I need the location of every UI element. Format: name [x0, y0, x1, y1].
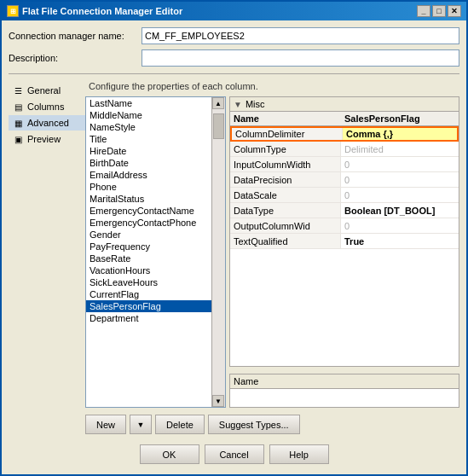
instruction-text: Configure the properties of each column.	[85, 81, 459, 93]
prop-row-data-type: DataType Boolean [DT_BOOL]	[230, 203, 459, 218]
prop-value-data-precision: 0	[341, 172, 459, 187]
prop-row-data-scale: DataScale 0	[230, 188, 459, 203]
prop-name-text-qualified: TextQualified	[230, 234, 341, 248]
list-item[interactable]: VacationHours	[86, 264, 211, 276]
minimize-button[interactable]: _	[417, 5, 430, 17]
nav-advanced-label: Advanced	[27, 118, 69, 128]
columns-icon: ▤	[12, 101, 24, 113]
description-row: Description:	[9, 49, 459, 67]
column-list-container: LastName MiddleName NameStyle Title Hire…	[85, 96, 226, 408]
preview-icon: ▣	[12, 133, 24, 145]
prop-name-output-column-width: OutputColumnWid	[230, 218, 341, 233]
prop-value-output-column-width: 0	[341, 218, 459, 233]
title-bar-left: ⊞ Flat File Connection Manager Editor	[7, 5, 182, 17]
button-row: New ▼ Delete Suggest Types...	[85, 411, 459, 434]
delete-button[interactable]: Delete	[155, 415, 205, 434]
nav-general-label: General	[27, 85, 61, 96]
prop-name-column-type: ColumnType	[230, 142, 341, 156]
footer-row: OK Cancel Help	[9, 439, 459, 467]
connection-name-row: Connection manager name:	[9, 27, 459, 44]
new-dropdown-button[interactable]: ▼	[130, 415, 152, 434]
prop-value-input-column-width: 0	[341, 157, 459, 171]
scroll-track[interactable]	[212, 109, 225, 395]
description-input[interactable]	[142, 49, 459, 67]
prop-row-column-delimiter: ColumnDelimiter Comma {,}	[230, 126, 459, 142]
new-button[interactable]: New	[85, 415, 126, 434]
title-buttons: _ □ ✕	[417, 5, 461, 17]
list-item[interactable]: EmergencyContactName	[86, 205, 211, 217]
right-content: Configure the properties of each column.…	[85, 81, 459, 434]
prop-value-data-scale: 0	[341, 188, 459, 202]
list-item[interactable]: Phone	[86, 181, 211, 193]
prop-header-value: SalesPersonFlag	[341, 112, 424, 125]
prop-row-output-column-width: OutputColumnWid 0	[230, 218, 459, 234]
list-item[interactable]: MiddleName	[86, 109, 211, 121]
prop-name-data-scale: DataScale	[230, 188, 341, 202]
nav-general[interactable]: ☰ General	[9, 83, 85, 98]
scroll-thumb[interactable]	[213, 113, 224, 139]
expand-icon: ▼	[234, 100, 242, 109]
prop-table: ColumnDelimiter Comma {,} ColumnType Del…	[230, 126, 459, 366]
prop-header-row: Name SalesPersonFlag	[230, 112, 459, 126]
delete-button-label: Delete	[166, 420, 194, 430]
list-item-selected[interactable]: SalesPersonFlag	[86, 300, 211, 312]
list-item[interactable]: EmergencyContactPhone	[86, 217, 211, 229]
prop-name-data-type: DataType	[230, 203, 341, 218]
list-item[interactable]: BaseRate	[86, 253, 211, 264]
prop-name-data-precision: DataPrecision	[230, 172, 341, 187]
content-area: Connection manager name: Description: ☰ …	[2, 20, 466, 474]
prop-value-text-qualified[interactable]: True	[341, 234, 459, 248]
divider-1	[9, 73, 459, 74]
main-area: ☰ General ▤ Columns ▦ Advanced ▣ Preview	[9, 81, 459, 434]
scroll-up-arrow[interactable]: ▲	[212, 97, 224, 109]
list-item[interactable]: Department	[86, 312, 211, 324]
general-icon: ☰	[12, 84, 24, 96]
list-item[interactable]: Gender	[86, 229, 211, 241]
nav-columns[interactable]: ▤ Columns	[9, 99, 85, 114]
list-item[interactable]: Title	[86, 133, 211, 145]
prop-value-column-delimiter[interactable]: Comma {,}	[343, 128, 457, 140]
close-button[interactable]: ✕	[448, 5, 461, 17]
nav-advanced[interactable]: ▦ Advanced	[9, 115, 85, 131]
nav-columns-label: Columns	[27, 102, 64, 112]
new-button-label: New	[96, 420, 115, 430]
window-icon: ⊞	[7, 5, 19, 17]
list-item[interactable]: BirthDate	[86, 157, 211, 169]
name-section: Name	[229, 374, 459, 408]
prop-value-data-type[interactable]: Boolean [DT_BOOL]	[341, 203, 459, 218]
properties-panel: ▼ Misc Name SalesPersonFlag	[229, 96, 459, 367]
title-bar: ⊞ Flat File Connection Manager Editor _ …	[2, 2, 466, 20]
prop-header-name: Name	[230, 112, 341, 125]
prop-name-input-column-width: InputColumnWidth	[230, 157, 341, 171]
prop-name-column-delimiter: ColumnDelimiter	[232, 128, 343, 140]
prop-section-header: ▼ Misc	[230, 97, 459, 112]
name-section-title: Name	[234, 376, 258, 386]
nav-preview-label: Preview	[27, 134, 61, 144]
left-nav: ☰ General ▤ Columns ▦ Advanced ▣ Preview	[9, 81, 85, 434]
main-window: ⊞ Flat File Connection Manager Editor _ …	[0, 0, 468, 476]
suggest-types-label: Suggest Types...	[219, 420, 289, 430]
prop-row-data-precision: DataPrecision 0	[230, 172, 459, 188]
ok-button[interactable]: OK	[140, 444, 199, 464]
list-item[interactable]: CurrentFlag	[86, 288, 211, 300]
prop-value-column-type: Delimited	[341, 142, 459, 156]
nav-preview[interactable]: ▣ Preview	[9, 131, 85, 147]
suggest-types-button[interactable]: Suggest Types...	[208, 415, 300, 434]
help-button[interactable]: Help	[269, 444, 329, 464]
list-item[interactable]: EmailAddress	[86, 169, 211, 181]
list-item[interactable]: HireDate	[86, 145, 211, 157]
advanced-icon: ▦	[12, 117, 24, 129]
prop-row-input-column-width: InputColumnWidth 0	[230, 157, 459, 172]
cancel-button[interactable]: Cancel	[205, 444, 264, 464]
list-item[interactable]: NameStyle	[86, 121, 211, 133]
scroll-down-arrow[interactable]: ▼	[212, 395, 224, 407]
prop-row-text-qualified: TextQualified True	[230, 234, 459, 249]
connection-name-input[interactable]	[142, 27, 459, 44]
list-item[interactable]: SickLeaveHours	[86, 276, 211, 288]
list-item[interactable]: MaritalStatus	[86, 193, 211, 205]
list-item[interactable]: LastName	[86, 97, 211, 109]
list-item[interactable]: PayFrequency	[86, 241, 211, 253]
maximize-button[interactable]: □	[432, 5, 446, 17]
column-list-scrollbar: ▲ ▼	[211, 97, 225, 407]
window-title: Flat File Connection Manager Editor	[22, 6, 182, 16]
